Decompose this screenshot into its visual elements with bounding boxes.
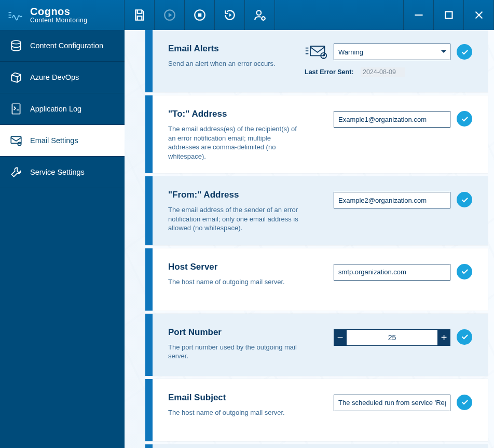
window-maximize-button[interactable] bbox=[434, 0, 464, 30]
brand-logo-icon bbox=[7, 6, 25, 24]
minimize-icon bbox=[412, 8, 426, 22]
check-icon bbox=[460, 267, 469, 276]
card-desc: The host name of outgoing mail server. bbox=[168, 277, 303, 287]
card-email-body: Email Body The port number used by the o… bbox=[145, 444, 488, 448]
play-icon bbox=[163, 8, 176, 22]
sidebar-item-label: Email Settings bbox=[30, 136, 78, 145]
port-stepper: − + bbox=[334, 329, 450, 346]
apply-host-button[interactable] bbox=[457, 264, 472, 279]
last-error-sent: Last Error Sent: 2024-08-09 bbox=[305, 68, 405, 76]
port-input[interactable] bbox=[347, 329, 437, 346]
sidebar-item-label: Azure DevOps bbox=[30, 73, 79, 81]
sidebar-item-label: Content Configuration bbox=[30, 41, 103, 50]
sidebar-item-service-settings[interactable]: Service Settings bbox=[0, 157, 125, 188]
window-close-button[interactable] bbox=[464, 0, 494, 30]
sidebar-item-email-settings[interactable]: Email Settings bbox=[0, 125, 125, 157]
stop-icon bbox=[193, 8, 207, 22]
maximize-icon bbox=[442, 8, 456, 22]
port-increment-button[interactable]: + bbox=[437, 329, 450, 346]
user-gear-icon bbox=[253, 8, 267, 22]
card-title: Host Server bbox=[168, 262, 323, 272]
apply-subject-button[interactable] bbox=[457, 395, 472, 410]
host-server-input[interactable] bbox=[334, 264, 450, 281]
email-subject-input[interactable] bbox=[334, 395, 450, 411]
brand-title: Cognos bbox=[30, 6, 87, 17]
content-area: Email Alerts Send an alert when an error… bbox=[125, 30, 494, 448]
sidebar-item-label: Application Log bbox=[30, 105, 81, 113]
card-title: Email Alerts bbox=[168, 44, 294, 54]
check-icon bbox=[460, 332, 469, 341]
settings-scroll[interactable]: Email Alerts Send an alert when an error… bbox=[125, 30, 494, 448]
card-from-address: "From:" Address The email address of the… bbox=[145, 176, 488, 245]
sidebar-item-application-log[interactable]: Application Log bbox=[0, 93, 125, 125]
svg-rect-5 bbox=[445, 12, 452, 19]
check-icon bbox=[460, 48, 469, 57]
card-email-alerts: Email Alerts Send an alert when an error… bbox=[145, 30, 488, 92]
card-desc: Send an alert when an error occurs. bbox=[168, 59, 294, 68]
check-icon bbox=[460, 115, 469, 123]
apply-alert-button[interactable] bbox=[457, 44, 472, 60]
svg-rect-7 bbox=[12, 104, 20, 114]
card-desc: The port number used by the outgoing mai… bbox=[168, 343, 303, 361]
sidebar-item-label: Service Settings bbox=[30, 168, 85, 176]
sidebar-item-content-configuration[interactable]: Content Configuration bbox=[0, 30, 125, 62]
check-icon bbox=[460, 195, 469, 204]
save-button[interactable] bbox=[125, 0, 155, 30]
card-to-address: "To:" Address The email address(es) of t… bbox=[145, 95, 488, 173]
card-host-server: Host Server The host name of outgoing ma… bbox=[145, 248, 488, 311]
card-title: Email Subject bbox=[168, 393, 323, 403]
apply-from-button[interactable] bbox=[457, 192, 472, 207]
apply-port-button[interactable] bbox=[457, 329, 472, 345]
brand-block: Cognos Content Monitoring bbox=[0, 0, 125, 30]
from-address-input[interactable] bbox=[334, 192, 450, 208]
svg-point-6 bbox=[11, 40, 20, 44]
window-minimize-button[interactable] bbox=[404, 0, 434, 30]
email-settings-icon bbox=[9, 134, 23, 147]
sidebar-item-azure-devops[interactable]: Azure DevOps bbox=[0, 62, 125, 93]
tools-icon bbox=[9, 165, 23, 179]
user-settings-button[interactable] bbox=[245, 0, 275, 30]
svg-rect-10 bbox=[310, 46, 325, 55]
alert-level-select[interactable]: Warning bbox=[334, 44, 450, 60]
sidebar: Content Configuration Azure DevOps Appli… bbox=[0, 30, 125, 448]
svg-rect-2 bbox=[198, 13, 201, 17]
card-title: Port Number bbox=[168, 327, 323, 338]
stop-button[interactable] bbox=[185, 0, 215, 30]
alert-envelope-icon bbox=[305, 44, 327, 60]
card-email-subject: Email Subject The host name of outgoing … bbox=[145, 379, 488, 441]
brand-subtitle: Content Monitoring bbox=[30, 17, 87, 24]
replay-icon bbox=[223, 8, 237, 22]
save-icon bbox=[133, 8, 146, 22]
card-title: "From:" Address bbox=[168, 190, 323, 200]
close-icon bbox=[472, 8, 486, 22]
log-icon bbox=[9, 102, 23, 116]
card-desc: The email address(es) of the recipient(s… bbox=[168, 124, 303, 161]
card-title: "To:" Address bbox=[168, 109, 323, 119]
check-icon bbox=[460, 398, 469, 407]
titlebar-spacer bbox=[275, 0, 404, 30]
apply-to-button[interactable] bbox=[457, 111, 472, 127]
svg-point-3 bbox=[256, 10, 261, 15]
card-desc: The host name of outgoing mail server. bbox=[168, 408, 303, 417]
to-address-input[interactable] bbox=[334, 111, 450, 128]
replay-button[interactable] bbox=[215, 0, 245, 30]
play-button[interactable] bbox=[155, 0, 185, 30]
port-decrement-button[interactable]: − bbox=[334, 329, 347, 346]
title-bar: Cognos Content Monitoring bbox=[0, 0, 494, 30]
svg-point-9 bbox=[18, 142, 21, 146]
card-desc: The email address of the sender of an er… bbox=[168, 205, 303, 233]
devops-icon bbox=[9, 71, 23, 84]
card-port-number: Port Number The port number used by the … bbox=[145, 314, 488, 376]
database-icon bbox=[9, 39, 23, 52]
